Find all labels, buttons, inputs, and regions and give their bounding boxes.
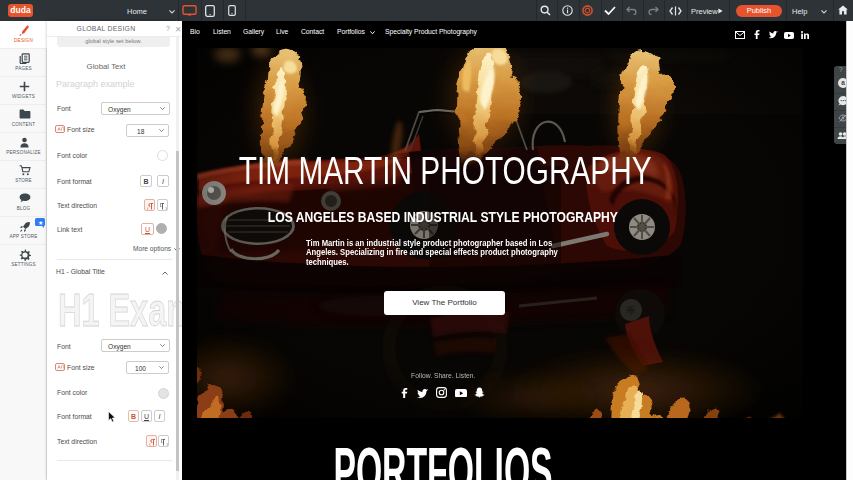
svg-text:a: a	[841, 79, 845, 86]
